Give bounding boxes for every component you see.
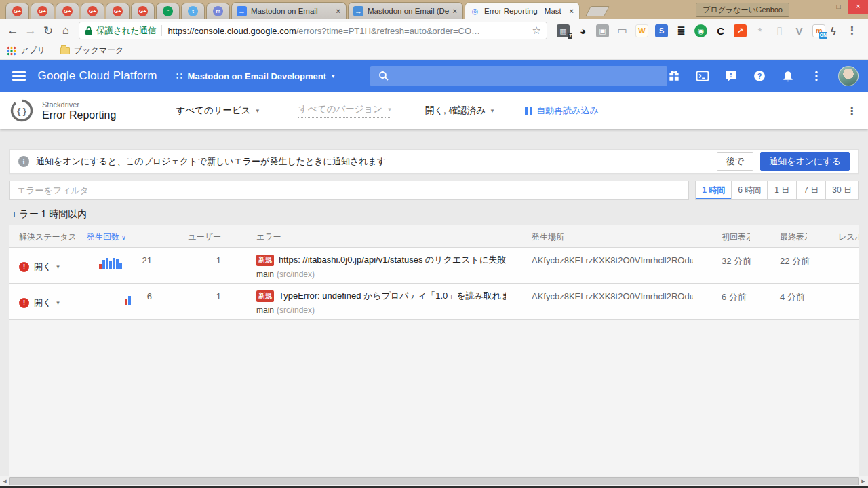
browser-tab-hangouts[interactable]: ” [156,3,180,19]
google-plus-3-icon: G+ [62,6,73,16]
column-header-1[interactable]: 発生回数 ∨ [75,231,136,243]
help-icon[interactable]: ? [753,69,766,83]
new-badge: 新規 [256,255,274,266]
occurrences-sparkline [75,248,136,279]
browser-tab-google-plus-5[interactable]: G+ [106,3,130,19]
mastodon-icon: m [213,6,223,16]
crescent-c-icon[interactable]: C [714,24,727,37]
browser-tab[interactable]: →Mastodon on Email× [231,2,347,19]
lightning-extension-icon[interactable]: ϟ [831,25,836,37]
resolution-status-dropdown[interactable]: ! 開く ▾ [9,248,75,279]
project-icon: ∷ [176,71,182,81]
auto-reload-toggle[interactable]: 自動再読み込み [525,105,599,117]
photos-icon[interactable]: ▣ [596,24,609,37]
document-icon[interactable]: ▯ [773,24,786,37]
v-extension-icon[interactable]: V [793,24,806,37]
close-tab-icon[interactable]: × [452,7,458,15]
user-avatar[interactable] [838,66,859,86]
close-tab-icon[interactable]: × [336,7,341,15]
google-plus-2-icon: G+ [37,6,47,16]
bookmark-star-icon[interactable]: ☆ [532,24,541,37]
browser-tab-mastodon[interactable]: m [206,3,230,19]
browser-tab-google-plus-2[interactable]: G+ [31,3,54,19]
column-header-0: 解決ステータス [9,231,75,243]
twitter-icon: t [188,6,198,16]
time-range-button-2[interactable]: 1 日 [767,181,797,200]
sparkline-bar [113,258,115,269]
info-icon: i [18,156,29,167]
home-button[interactable]: ⌂ [57,24,75,37]
browser-tab[interactable]: ◎Error Reporting - Mast× [465,2,580,19]
later-button[interactable]: 後で [717,152,753,171]
pause-icon [525,107,532,115]
forward-button: → [22,24,39,37]
browser-tab[interactable]: →Mastodon on Email (De× [348,2,463,19]
error-cell[interactable]: 新規 https: //itabashi.0j0.jp/api/v1/statu… [226,248,506,279]
scroll-right-icon[interactable]: ▶ [859,478,868,484]
project-selector[interactable]: ∷ Mastodon on Email Development ▾ [176,71,335,81]
maximize-button[interactable]: □ [829,0,848,14]
resolution-status-dropdown[interactable]: ! 開く ▾ [9,284,75,315]
browser-menu-button[interactable]: ⋮ [840,24,864,37]
time-range-button-4[interactable]: 30 日 [825,181,859,200]
google-plus-6-icon: G+ [138,6,148,16]
bookmark-apps[interactable]: アプリ [7,45,45,56]
new-tab-button[interactable] [585,6,610,16]
browser-tab-twitter[interactable]: t [181,3,205,19]
horizontal-scrollbar[interactable]: ◀ ▶ [0,476,868,486]
back-button[interactable]: ← [4,24,22,37]
occurrence-location: AKfycbz8KELrzKXK8t2O0VImrhcll2ROdu-R72DE… [506,284,693,315]
browser-toolbar: ← → ↻ ⌂ 保護された通信 https://console.cloud.go… [0,19,868,42]
more-vertical-icon[interactable] [810,69,823,83]
gcp-brand[interactable]: Google Cloud Platform [38,69,157,83]
time-range-button-1[interactable]: 6 時間 [731,181,768,200]
close-window-button[interactable]: × [848,0,868,14]
tab-bar: G+G+G+G+G+G+”tm →Mastodon on Email×→Mast… [0,0,868,19]
browser-tab-google-plus-3[interactable]: G+ [56,3,79,19]
tab-manager-icon[interactable]: ▦7 [557,24,570,37]
folder-icon [60,47,70,54]
scrollbar-thumb[interactable] [9,477,859,485]
enable-notifications-button[interactable]: 通知をオンにする [760,152,850,171]
address-bar[interactable]: 保護された通信 https://console.cloud.google.com… [79,22,547,39]
reload-button[interactable]: ↻ [39,24,57,38]
browser-tab-google-plus-6[interactable]: G+ [131,3,155,19]
hamburger-menu-icon[interactable] [0,71,38,81]
error-filter-input[interactable] [9,181,689,200]
error-cell[interactable]: 新規 TypeError: undefined からプロパティ「1.0」を読み取… [226,284,506,315]
s-extension-icon[interactable]: S [655,24,668,37]
chromecast-icon[interactable]: ▭ [616,24,629,37]
error-message[interactable]: https: //itabashi.0j0.jp/api/v1/statuses… [279,254,506,266]
time-range-button-3[interactable]: 7 日 [796,181,826,200]
gift-icon[interactable] [667,69,681,83]
error-message[interactable]: TypeError: undefined からプロパティ「1.0」を読み取れませ… [279,290,506,302]
minimize-button[interactable]: – [809,0,829,14]
gcp-header-actions: ? [667,66,868,86]
time-range-button-0[interactable]: 1 時間 [695,181,732,200]
cloud-shell-icon[interactable] [696,69,709,83]
page-menu-button[interactable]: ⋮ [846,105,857,117]
bookmark-folder[interactable]: ブックマーク [60,45,123,56]
browser-tab-google-plus-4[interactable]: G+ [81,3,104,19]
feedback-icon[interactable] [724,69,738,83]
service-filter-dropdown[interactable]: すべてのサービス ▾ [176,105,259,117]
scroll-left-icon[interactable]: ◀ [0,478,9,484]
mastodon-on-icon[interactable]: mON [812,24,825,37]
column-header-7: 最終表示 [750,231,807,243]
bookmark-apps-label: アプリ [20,45,45,56]
stackdriver-logo-icon: { } [9,98,34,123]
gcp-search-input[interactable] [370,66,667,86]
close-tab-icon[interactable]: × [569,7,574,15]
gear-icon[interactable]: * [753,24,766,37]
browser-tab-google-plus-1[interactable]: G+ [5,3,29,19]
error-status-icon: ! [19,262,29,272]
pocket-icon[interactable]: ◕ [576,24,589,37]
notifications-bell-icon[interactable] [781,69,795,83]
apps-grid-icon [7,46,16,56]
status-filter-dropdown[interactable]: 開く, 確認済み ▾ [425,105,494,117]
w-extension-icon[interactable]: W [635,24,648,37]
layers-icon[interactable]: ≣ [675,24,688,37]
eye-green-icon[interactable]: ◉ [694,24,707,37]
named-tabs: →Mastodon on Email×→Mastodon on Email (D… [231,2,581,19]
analytics-icon[interactable]: ↗ [734,24,747,37]
